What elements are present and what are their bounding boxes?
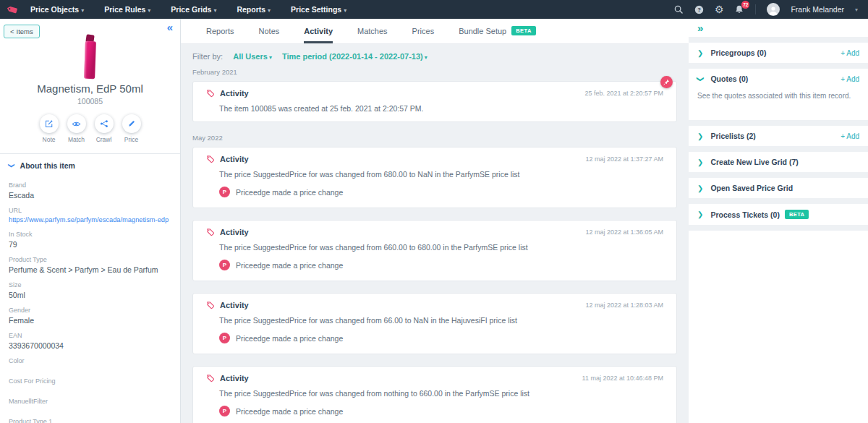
activity-tag-icon bbox=[206, 89, 215, 98]
section-label[interactable]: Process Tickets (0) bbox=[710, 210, 780, 219]
activity-timestamp: 11 maj 2022 at 10:46:48 PM bbox=[582, 375, 663, 382]
settings-gear-icon[interactable]: ⚙ bbox=[715, 4, 724, 14]
add-pricegroup-button[interactable]: + Add bbox=[841, 49, 859, 57]
priceedge-avatar: P bbox=[219, 187, 230, 197]
divider bbox=[755, 4, 756, 14]
activity-timestamp: 12 maj 2022 at 1:37:27 AM bbox=[585, 155, 663, 163]
chevron-down-icon[interactable]: ▾ bbox=[855, 7, 858, 13]
field-cost-for-pricing: Cost For Pricing bbox=[0, 377, 180, 390]
chevron-right-icon[interactable]: ❯ bbox=[697, 49, 703, 57]
note-button[interactable]: Note bbox=[40, 114, 59, 143]
back-to-items-button[interactable]: <Items bbox=[4, 25, 40, 38]
field-product-type: Product Type Perfume & Scent > Parfym > … bbox=[0, 256, 180, 274]
tab-bundle-setup[interactable]: Bundle Setup BETA bbox=[459, 19, 536, 43]
open-saved-price-grid-section: ❯ Open Saved Price Grid bbox=[689, 178, 868, 198]
item-detail-sidebar: <Items « Magnetism, EdP 50ml 100085 Note… bbox=[0, 19, 181, 423]
field-gender: Gender Female bbox=[0, 307, 180, 325]
tab-matches[interactable]: Matches bbox=[357, 19, 388, 43]
process-tickets-section: ❯ Process Tickets (0) BETA bbox=[689, 204, 868, 225]
field-color: Color bbox=[0, 357, 180, 370]
related-records-sidebar: » ❯ Pricegroups (0) + Add ❯ Quotes (0) +… bbox=[689, 19, 868, 423]
field-in-stock: In Stock 79 bbox=[0, 231, 180, 249]
user-name[interactable]: Frank Melander bbox=[791, 5, 844, 14]
about-section-header[interactable]: ❯ About this item bbox=[0, 154, 180, 174]
activity-card: Activity 12 maj 2022 at 1:28:03 AM The p… bbox=[192, 293, 677, 354]
activity-footer-text: Priceedge made a price change bbox=[236, 188, 343, 197]
notifications-bell-icon[interactable]: 72 bbox=[734, 4, 744, 14]
collapse-right-panel-icon[interactable]: » bbox=[697, 22, 703, 33]
field-brand: Brand Escada bbox=[0, 181, 180, 200]
user-avatar[interactable] bbox=[767, 3, 780, 16]
menu-price-settings[interactable]: Price Settings▾ bbox=[291, 5, 346, 14]
chevron-down-icon: ❯ bbox=[8, 163, 15, 168]
chevron-down-icon: ▾ bbox=[81, 7, 84, 14]
chevron-down-icon: ▾ bbox=[344, 7, 346, 14]
add-quote-button[interactable]: + Add bbox=[841, 75, 859, 83]
app-logo-tag-icon[interactable] bbox=[0, 4, 25, 15]
pricegroups-section: ❯ Pricegroups (0) + Add bbox=[689, 43, 868, 63]
chevron-right-icon[interactable]: ❯ bbox=[697, 158, 703, 166]
pricelists-section: ❯ Pricelists (2) + Add bbox=[689, 126, 868, 146]
section-label[interactable]: Pricegroups (0) bbox=[710, 48, 766, 57]
tab-notes[interactable]: Notes bbox=[259, 19, 280, 43]
main-menu: Price Objects▾ Price Rules▾ Price Grids▾… bbox=[30, 5, 346, 14]
activity-timestamp: 25 feb. 2021 at 2:20:57 PM bbox=[584, 90, 663, 97]
activity-feed: Filter by: All Users▾ Time period (2022-… bbox=[181, 44, 689, 423]
activity-main-area: Reports Notes Activity Matches Prices Bu… bbox=[181, 19, 689, 423]
activity-title: Activity bbox=[220, 374, 249, 383]
activity-timestamp: 12 maj 2022 at 1:36:05 AM bbox=[585, 228, 663, 236]
section-label[interactable]: Open Saved Price Grid bbox=[710, 184, 793, 192]
menu-price-rules[interactable]: Price Rules▾ bbox=[104, 5, 150, 14]
search-icon[interactable] bbox=[673, 4, 684, 14]
add-pricelist-button[interactable]: + Add bbox=[841, 132, 859, 140]
pencil-icon bbox=[122, 114, 141, 133]
activity-tag-icon bbox=[206, 374, 215, 383]
section-label[interactable]: Pricelists (2) bbox=[710, 132, 755, 140]
chevron-down-icon[interactable]: ❯ bbox=[697, 76, 705, 82]
price-button[interactable]: Price bbox=[122, 114, 141, 143]
tab-activity[interactable]: Activity bbox=[304, 19, 333, 43]
tab-reports[interactable]: Reports bbox=[206, 19, 234, 43]
section-label[interactable]: Create New Live Grid (7) bbox=[710, 158, 798, 166]
time-period-filter-dropdown[interactable]: Time period (2022-01-14 - 2022-07-13)▾ bbox=[282, 52, 427, 61]
activity-body: The price SuggestedPrice for was changed… bbox=[219, 170, 663, 179]
chevron-down-icon: ▾ bbox=[269, 54, 272, 61]
section-label[interactable]: Quotes (0) bbox=[710, 74, 748, 83]
activity-card: Activity 11 maj 2022 at 10:46:48 PM The … bbox=[192, 366, 677, 423]
activity-footer-text: Priceedge made a price change bbox=[236, 407, 343, 416]
product-name: Magnetism, EdP 50ml bbox=[0, 82, 180, 95]
menu-reports[interactable]: Reports▾ bbox=[237, 5, 271, 14]
priceedge-avatar: P bbox=[219, 260, 230, 270]
chevron-right-icon[interactable]: ❯ bbox=[697, 184, 703, 192]
tab-prices[interactable]: Prices bbox=[412, 19, 435, 43]
beta-badge: BETA bbox=[511, 26, 535, 35]
activity-body: The price SuggestedPrice for was changed… bbox=[219, 243, 663, 252]
create-live-grid-section: ❯ Create New Live Grid (7) bbox=[689, 152, 868, 172]
crawl-button[interactable]: Crawl bbox=[95, 114, 114, 143]
month-heading: February 2021 bbox=[192, 68, 677, 76]
eye-icon bbox=[67, 114, 86, 133]
users-filter-dropdown[interactable]: All Users▾ bbox=[233, 52, 272, 61]
right-panel-filler bbox=[689, 231, 868, 423]
month-heading: May 2022 bbox=[192, 134, 677, 142]
match-button[interactable]: Match bbox=[67, 114, 86, 143]
activity-title: Activity bbox=[220, 228, 249, 236]
menu-price-objects[interactable]: Price Objects▾ bbox=[30, 5, 84, 14]
collapse-left-panel-icon[interactable]: « bbox=[167, 22, 173, 33]
help-icon[interactable]: ? bbox=[694, 5, 704, 14]
field-product-type-1: Product Type 1 Perfume & Scent bbox=[0, 418, 180, 423]
svg-text:?: ? bbox=[697, 7, 701, 13]
chevron-right-icon[interactable]: ❯ bbox=[697, 210, 703, 218]
filter-by-label: Filter by: bbox=[192, 52, 223, 61]
priceedge-avatar: P bbox=[219, 333, 230, 343]
field-manuellt-filter: ManuelltFilter bbox=[0, 398, 180, 411]
chevron-right-icon[interactable]: ❯ bbox=[697, 132, 703, 140]
activity-timestamp: 12 maj 2022 at 1:28:03 AM bbox=[585, 302, 663, 309]
pin-icon[interactable] bbox=[660, 76, 673, 88]
chevron-left-icon: < bbox=[10, 27, 14, 35]
product-url-link[interactable]: https://www.parfym.se/parfym/escada/magn… bbox=[9, 216, 171, 223]
activity-card: Activity 12 maj 2022 at 1:37:27 AM The p… bbox=[192, 147, 677, 208]
menu-price-grids[interactable]: Price Grids▾ bbox=[171, 5, 216, 14]
activity-card: Activity 12 maj 2022 at 1:36:05 AM The p… bbox=[192, 220, 677, 281]
activity-tag-icon bbox=[206, 228, 215, 236]
